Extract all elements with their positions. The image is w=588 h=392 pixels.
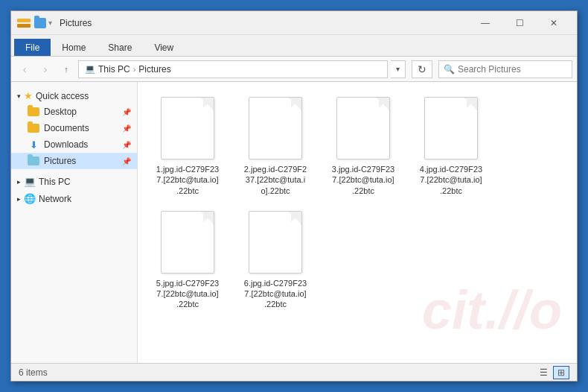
- pin-icon-pics: 📌: [122, 157, 131, 165]
- path-sep: ›: [133, 65, 136, 74]
- file-label-4: 4.jpg.id-C279F237.[22btc@tuta.io].22btc: [420, 164, 482, 196]
- search-box: 🔍: [438, 60, 572, 78]
- path-pictures: Pictures: [138, 64, 170, 75]
- downloads-label: Downloads: [44, 139, 88, 150]
- search-input[interactable]: [458, 64, 567, 75]
- main-area: ▾ ★ Quick access Desktop 📌 Documents 📌: [11, 82, 577, 363]
- file-icon-1: [161, 97, 214, 159]
- pin-icon-docs: 📌: [122, 124, 131, 133]
- content-area: cit.//o 1.jpg.id-C279F237.[22btc@tuta.io…: [138, 82, 577, 363]
- list-item[interactable]: 4.jpg.id-C279F237.[22btc@tuta.io].22btc: [410, 91, 492, 199]
- this-pc-label: This PC: [39, 177, 71, 187]
- desktop-folder-icon: [28, 106, 39, 118]
- file-icon-5: [161, 211, 214, 274]
- sidebar-quick-access[interactable]: ▾ ★ Quick access: [11, 88, 137, 104]
- file-label-3: 3.jpg.id-C279F237.[22btc@tuta.io].22btc: [332, 164, 394, 196]
- ribbon: File Home Share View: [11, 35, 577, 57]
- title-bar: ▾ Pictures — ☐ ✕: [11, 11, 577, 35]
- status-bar: 6 items ☰ ⊞: [11, 363, 577, 381]
- network-icon: 🌐: [24, 193, 36, 204]
- pictures-folder-icon: [28, 155, 39, 167]
- refresh-button[interactable]: ↻: [412, 60, 432, 78]
- documents-label: Documents: [44, 123, 89, 133]
- list-view-button[interactable]: ☰: [535, 366, 552, 379]
- file-icon-2: [249, 97, 302, 159]
- sidebar-this-pc[interactable]: ▸ 💻 This PC: [11, 174, 137, 189]
- window-title: Pictures: [60, 18, 468, 28]
- desktop-label: Desktop: [44, 107, 77, 117]
- window-controls: — ☐ ✕: [468, 11, 571, 35]
- up-button[interactable]: ↑: [57, 60, 75, 78]
- sidebar: ▾ ★ Quick access Desktop 📌 Documents 📌: [11, 82, 138, 363]
- view-buttons: ☰ ⊞: [535, 366, 569, 379]
- tab-home[interactable]: Home: [51, 39, 97, 56]
- sidebar-item-pictures[interactable]: Pictures 📌: [11, 153, 137, 169]
- star-icon: ★: [24, 90, 33, 101]
- files-grid: 1.jpg.id-C279F237.[22btc@tuta.io].22btc …: [147, 91, 568, 313]
- network-label: Network: [39, 194, 71, 204]
- file-label-5: 5.jpg.id-C279F237.[22btc@tuta.io].22btc: [156, 278, 219, 310]
- chevron-right-icon: ▸: [17, 178, 21, 186]
- pin-icon: 📌: [122, 108, 131, 116]
- file-label-2: 2.jpeg.id-C279F237.[22btc@tuta.io].22btc: [244, 164, 307, 196]
- file-label-1: 1.jpg.id-C279F237.[22btc@tuta.io].22btc: [156, 164, 219, 196]
- maximize-button[interactable]: ☐: [502, 11, 537, 35]
- list-item[interactable]: 5.jpg.id-C279F237.[22btc@tuta.io].22btc: [147, 205, 229, 313]
- path-icon: 💻: [85, 64, 95, 74]
- ribbon-tabs: File Home Share View: [11, 35, 577, 56]
- forward-button[interactable]: ›: [36, 60, 54, 78]
- documents-folder-icon: [28, 122, 39, 134]
- chevron-down-icon: ▾: [17, 92, 21, 100]
- close-button[interactable]: ✕: [537, 11, 571, 35]
- address-bar: ‹ › ↑ 💻 This PC › Pictures ▾ ↻ 🔍: [11, 57, 577, 82]
- address-path[interactable]: 💻 This PC › Pictures: [78, 60, 388, 78]
- sidebar-item-desktop[interactable]: Desktop 📌: [11, 104, 137, 120]
- pin-icon-dl: 📌: [122, 141, 131, 149]
- list-item[interactable]: 6.jpg.id-C279F237.[22btc@tuta.io].22btc: [234, 205, 316, 313]
- quick-access-label: Quick access: [36, 91, 89, 101]
- sidebar-network[interactable]: ▸ 🌐 Network: [11, 191, 137, 206]
- tab-share[interactable]: Share: [97, 39, 143, 56]
- downloads-icon: ⬇: [28, 139, 39, 151]
- chevron-right-icon-2: ▸: [17, 195, 21, 203]
- search-icon: 🔍: [444, 64, 455, 75]
- sidebar-item-documents[interactable]: Documents 📌: [11, 120, 137, 136]
- file-label-6: 6.jpg.id-C279F237.[22btc@tuta.io].22btc: [244, 278, 307, 310]
- file-icon-3: [336, 97, 390, 159]
- icon-view-button[interactable]: ⊞: [553, 366, 569, 379]
- file-icon-6: [249, 211, 302, 274]
- path-dropdown[interactable]: ▾: [391, 60, 406, 78]
- pc-icon: 💻: [24, 176, 36, 187]
- pictures-label: Pictures: [44, 156, 76, 166]
- back-button[interactable]: ‹: [16, 60, 33, 78]
- list-item[interactable]: 2.jpeg.id-C279F237.[22btc@tuta.io].22btc: [234, 91, 316, 199]
- minimize-button[interactable]: —: [468, 11, 502, 35]
- file-icon-4: [424, 97, 478, 159]
- explorer-window: ▾ Pictures — ☐ ✕ File Home Share View ‹ …: [10, 10, 578, 382]
- list-item[interactable]: 3.jpg.id-C279F237.[22btc@tuta.io].22btc: [322, 91, 404, 199]
- list-item[interactable]: 1.jpg.id-C279F237.[22btc@tuta.io].22btc: [147, 91, 229, 199]
- tab-file[interactable]: File: [14, 39, 51, 56]
- tab-view[interactable]: View: [143, 39, 185, 56]
- item-count: 6 items: [19, 367, 48, 378]
- sidebar-item-downloads[interactable]: ⬇ Downloads 📌: [11, 136, 137, 153]
- path-this-pc: This PC: [98, 64, 130, 75]
